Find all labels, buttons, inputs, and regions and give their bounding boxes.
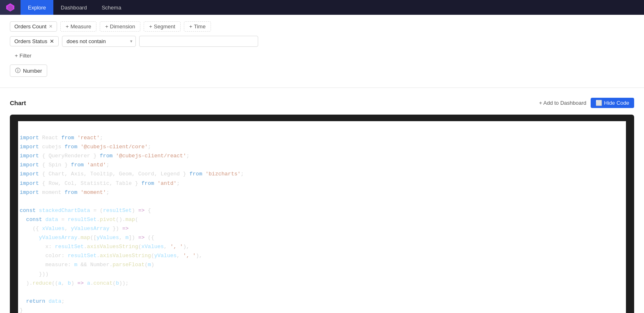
code-line bbox=[18, 288, 626, 297]
hide-code-btn[interactable]: ⬜ Hide Code bbox=[591, 98, 634, 108]
code-line bbox=[18, 124, 626, 133]
code-line: } bbox=[18, 306, 626, 313]
code-line: ({ xValues, yValuesArray }) => bbox=[18, 224, 626, 233]
code-line: import { Spin } from 'antd'; bbox=[18, 161, 626, 170]
code-line bbox=[18, 197, 626, 206]
code-line: return data; bbox=[18, 297, 626, 306]
filter-bar: Orders Count ✕ + Measure + Dimension + S… bbox=[0, 15, 644, 84]
info-icon: ⓘ bbox=[15, 67, 21, 74]
code-line: import { Row, Col, Statistic, Table } fr… bbox=[18, 179, 626, 188]
remove-measure-icon[interactable]: ✕ bbox=[49, 24, 53, 29]
chart-section: Chart + Add to Dashboard ⬜ Hide Code imp… bbox=[0, 91, 644, 313]
chart-actions: + Add to Dashboard ⬜ Hide Code bbox=[539, 98, 634, 108]
measure-row: Orders Count ✕ + Measure + Dimension + S… bbox=[10, 21, 634, 32]
remove-filter-icon[interactable]: ✕ bbox=[50, 38, 54, 44]
plus-icon-dim: + bbox=[105, 23, 108, 30]
add-dashboard-btn[interactable]: + Add to Dashboard bbox=[539, 100, 586, 106]
filter-value-input[interactable] bbox=[139, 36, 258, 47]
add-dashboard-label: + Add to Dashboard bbox=[539, 100, 586, 106]
chip-label: Orders Count bbox=[14, 23, 46, 30]
logo-icon bbox=[5, 2, 15, 12]
viz-row: ⓘ Number bbox=[10, 64, 634, 77]
add-dimension-btn[interactable]: + Dimension bbox=[100, 21, 140, 32]
chart-header: Chart + Add to Dashboard ⬜ Hide Code bbox=[10, 98, 634, 108]
orders-count-chip[interactable]: Orders Count ✕ bbox=[10, 21, 57, 32]
filter-field-label: Orders Status bbox=[14, 38, 47, 44]
add-measure-label: Measure bbox=[71, 23, 92, 30]
nav-dashboard[interactable]: Dashboard bbox=[53, 0, 94, 15]
plus-icon-seg: + bbox=[149, 23, 152, 30]
code-line: measure: m && Number.parseFloat(m) bbox=[18, 260, 626, 269]
code-line: import moment from 'moment'; bbox=[18, 188, 626, 197]
plus-icon: + bbox=[66, 23, 69, 30]
plus-icon-time: + bbox=[189, 23, 193, 30]
top-nav: Explore Dashboard Schema bbox=[0, 0, 644, 15]
hide-code-label: Hide Code bbox=[604, 100, 629, 106]
code-line: yValuesArray.map([yValues, m]) => ({ bbox=[18, 233, 626, 242]
chart-title: Chart bbox=[10, 99, 26, 106]
code-line: ).reduce((a, b) => a.concat(b)); bbox=[18, 279, 626, 288]
code-line: import { Chart, Axis, Tooltip, Geom, Coo… bbox=[18, 170, 626, 179]
code-block: import React from 'react';import cubejs … bbox=[18, 121, 626, 313]
add-dimension-label: Dimension bbox=[110, 23, 135, 30]
viz-type-label: Number bbox=[23, 68, 42, 74]
code-line: import { QueryRenderer } from '@cubejs-c… bbox=[18, 152, 626, 161]
filter-condition-row: Orders Status ✕ does not contain contain… bbox=[10, 36, 634, 47]
logo bbox=[0, 0, 21, 15]
code-line: const data = resultSet.pivot().map( bbox=[18, 215, 626, 224]
code-container: import React from 'react';import cubejs … bbox=[10, 115, 634, 313]
code-icon: ⬜ bbox=[596, 100, 602, 106]
nav-explore[interactable]: Explore bbox=[21, 0, 53, 15]
code-line: const stackedChartData = (resultSet) => … bbox=[18, 206, 626, 215]
code-line: color: resultSet.axisValuesString(yValue… bbox=[18, 251, 626, 260]
filter-label-chip: Orders Status ✕ bbox=[10, 36, 59, 46]
code-line: import React from 'react'; bbox=[18, 133, 626, 143]
divider bbox=[0, 87, 644, 88]
code-line: })) bbox=[18, 270, 626, 279]
code-line: x: resultSet.axisValuesString(xValues, '… bbox=[18, 242, 626, 251]
add-time-btn[interactable]: + Time bbox=[184, 21, 211, 32]
viz-type-btn[interactable]: ⓘ Number bbox=[10, 64, 47, 77]
operator-select-wrapper: does not contain contains equals not equ… bbox=[62, 36, 136, 47]
add-time-label: Time bbox=[194, 23, 205, 30]
code-line: import cubejs from '@cubejs-client/core'… bbox=[18, 143, 626, 152]
action-row: + Filter bbox=[10, 51, 634, 60]
add-filter-btn[interactable]: + Filter bbox=[10, 51, 36, 60]
add-filter-label: Filter bbox=[20, 53, 32, 59]
operator-select[interactable]: does not contain contains equals not equ… bbox=[62, 36, 136, 47]
plus-filter-icon: + bbox=[15, 53, 18, 59]
add-segment-btn[interactable]: + Segment bbox=[144, 21, 181, 32]
add-measure-btn[interactable]: + Measure bbox=[60, 21, 96, 32]
nav-schema[interactable]: Schema bbox=[94, 0, 129, 15]
add-segment-label: Segment bbox=[154, 23, 175, 30]
